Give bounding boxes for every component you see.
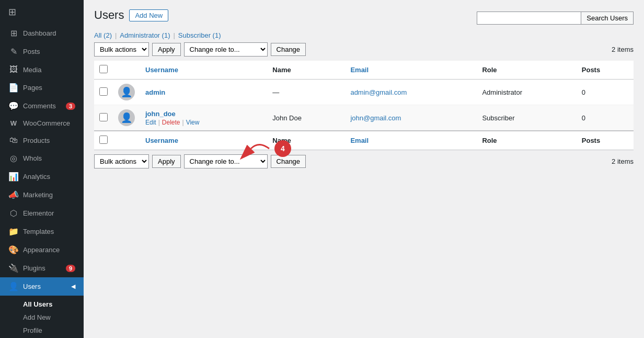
select-all-checkbox-bottom[interactable] bbox=[99, 136, 108, 144]
analytics-icon: 📊 bbox=[8, 172, 19, 182]
select-all-checkbox[interactable] bbox=[99, 65, 108, 73]
top-toolbar: Bulk actions Delete Apply Change role to… bbox=[94, 42, 634, 57]
sidebar-item-label: Users bbox=[23, 283, 41, 290]
header-avatar-cell bbox=[113, 61, 140, 80]
row-role-cell: Administrator bbox=[477, 80, 576, 105]
sidebar-item-comments[interactable]: 💬 Comments 3 bbox=[0, 97, 84, 115]
change-button-top[interactable]: Change bbox=[271, 43, 306, 56]
row-actions-johndoe: Edit | Delete | View bbox=[145, 119, 262, 126]
row-username-cell: john_doe Edit | Delete | View bbox=[140, 105, 267, 131]
username-link-admin[interactable]: admin bbox=[145, 88, 165, 96]
sidebar-item-label: Comments bbox=[23, 102, 56, 110]
row-username-cell: admin bbox=[140, 80, 267, 105]
row-checkbox-admin[interactable] bbox=[99, 87, 108, 96]
apply-button-top[interactable]: Apply bbox=[152, 43, 181, 56]
sidebar-item-label: Pages bbox=[23, 84, 42, 92]
footer-header-avatar-cell bbox=[113, 131, 140, 150]
sidebar-item-label: Media bbox=[23, 66, 41, 74]
sidebar-logo: ⊞ bbox=[0, 0, 84, 24]
row-email-cell: admin@gmail.com bbox=[345, 80, 477, 105]
header-username[interactable]: Username bbox=[140, 61, 267, 80]
filter-subscriber[interactable]: Subscriber (1) bbox=[178, 31, 221, 39]
sidebar-item-plugins[interactable]: 🔌 Plugins 9 bbox=[0, 259, 84, 277]
bulk-actions-select-bottom[interactable]: Bulk actions Delete bbox=[94, 154, 149, 168]
comments-badge: 3 bbox=[66, 103, 75, 110]
sidebar-item-posts[interactable]: ✎ Posts bbox=[0, 42, 84, 61]
submenu-add-new[interactable]: Add New bbox=[0, 311, 84, 324]
edit-action[interactable]: Edit bbox=[145, 119, 156, 126]
delete-action[interactable]: Delete bbox=[162, 119, 180, 126]
whols-icon: ◎ bbox=[8, 153, 19, 163]
table-footer-header-row: Username Name Email Role Posts bbox=[94, 131, 634, 150]
sidebar-item-label: Elementor bbox=[23, 209, 54, 217]
page-header: Users Add New bbox=[94, 8, 168, 22]
filter-all[interactable]: All (2) bbox=[94, 31, 112, 39]
main-content: Users Add New Search Users All (2) | Adm… bbox=[84, 0, 644, 338]
change-role-select-top[interactable]: Change role to... Administrator Editor A… bbox=[184, 42, 268, 57]
marketing-icon: 📣 bbox=[8, 190, 19, 200]
table-row: 👤 john_doe Edit | Delete | View John Doe bbox=[94, 105, 634, 131]
table-container: Username Name Email Role Posts 👤 bbox=[94, 61, 634, 150]
sidebar-item-label: WooCommerce bbox=[23, 119, 70, 127]
sidebar-item-products[interactable]: 🛍 Products bbox=[0, 131, 84, 149]
row-email-cell: john@gmail.com bbox=[345, 105, 477, 131]
plugins-icon: 🔌 bbox=[8, 263, 19, 273]
sidebar-item-label: Posts bbox=[23, 48, 40, 55]
email-link-admin[interactable]: admin@gmail.com bbox=[350, 88, 407, 96]
comments-icon: 💬 bbox=[8, 101, 19, 111]
footer-header-email[interactable]: Email bbox=[345, 131, 477, 150]
footer-header-checkbox-cell bbox=[94, 131, 113, 150]
item-count-bottom: 2 items bbox=[612, 157, 634, 165]
sidebar: ⊞ ⊞ Dashboard ✎ Posts 🖼 Media 📄 Pages 💬 … bbox=[0, 0, 84, 338]
bulk-actions-select-top[interactable]: Bulk actions Delete bbox=[94, 42, 149, 57]
users-icon: 👤 bbox=[8, 281, 19, 291]
sidebar-item-media[interactable]: 🖼 Media bbox=[0, 61, 84, 78]
avatar: 👤 bbox=[118, 84, 135, 100]
row-name-cell: — bbox=[267, 80, 345, 105]
table-row: 👤 admin — admin@gmail.com Administrator … bbox=[94, 80, 634, 105]
sidebar-item-woocommerce[interactable]: W WooCommerce bbox=[0, 115, 84, 131]
dashboard-icon: ⊞ bbox=[8, 28, 19, 38]
search-users-input[interactable] bbox=[477, 12, 581, 25]
row-posts-cell: 0 bbox=[577, 105, 634, 131]
avatar: 👤 bbox=[118, 109, 135, 126]
username-link-johndoe[interactable]: john_doe bbox=[145, 110, 176, 118]
sidebar-item-users[interactable]: 👤 Users ◀ bbox=[0, 277, 84, 296]
row-name-cell: John Doe bbox=[267, 105, 345, 131]
change-button-bottom[interactable]: Change bbox=[271, 155, 306, 168]
sidebar-item-templates[interactable]: 📁 Templates bbox=[0, 222, 84, 241]
page-title: Users bbox=[94, 8, 124, 22]
change-role-select-bottom[interactable]: Change role to... Administrator Editor A… bbox=[184, 154, 268, 168]
submenu-profile[interactable]: Profile bbox=[0, 324, 84, 337]
header-posts: Posts bbox=[577, 61, 634, 80]
search-users-button[interactable]: Search Users bbox=[581, 12, 634, 25]
sidebar-item-label: Templates bbox=[23, 228, 54, 235]
view-action[interactable]: View bbox=[186, 119, 200, 126]
users-table: Username Name Email Role Posts 👤 bbox=[94, 61, 634, 150]
email-link-johndoe[interactable]: john@gmail.com bbox=[350, 114, 401, 122]
sidebar-item-analytics[interactable]: 📊 Analytics bbox=[0, 167, 84, 186]
sidebar-item-marketing[interactable]: 📣 Marketing bbox=[0, 186, 84, 204]
sidebar-item-label: Whols bbox=[23, 154, 42, 162]
footer-header-username[interactable]: Username bbox=[140, 131, 267, 150]
apply-button-bottom[interactable]: Apply bbox=[152, 155, 181, 168]
sidebar-item-appearance[interactable]: 🎨 Appearance bbox=[0, 241, 84, 259]
users-submenu: All Users Add New Profile bbox=[0, 296, 84, 338]
sidebar-item-whols[interactable]: ◎ Whols bbox=[0, 149, 84, 167]
submenu-all-users[interactable]: All Users bbox=[0, 298, 84, 311]
plugins-badge: 9 bbox=[66, 265, 75, 272]
sidebar-item-dashboard[interactable]: ⊞ Dashboard bbox=[0, 24, 84, 42]
filter-administrator[interactable]: Administrator (1) bbox=[120, 31, 170, 39]
row-posts-cell: 0 bbox=[577, 80, 634, 105]
add-new-button[interactable]: Add New bbox=[129, 9, 168, 21]
templates-icon: 📁 bbox=[8, 227, 19, 236]
row-checkbox-cell bbox=[94, 80, 113, 105]
sidebar-item-elementor[interactable]: ⬡ Elementor bbox=[0, 204, 84, 222]
row-avatar-cell: 👤 bbox=[113, 105, 140, 131]
footer-header-name: Name bbox=[267, 131, 345, 150]
elementor-icon: ⬡ bbox=[8, 208, 19, 218]
top-actions: Search Users bbox=[477, 12, 634, 25]
header-email[interactable]: Email bbox=[345, 61, 477, 80]
row-checkbox-johndoe[interactable] bbox=[99, 113, 108, 121]
sidebar-item-pages[interactable]: 📄 Pages bbox=[0, 78, 84, 97]
